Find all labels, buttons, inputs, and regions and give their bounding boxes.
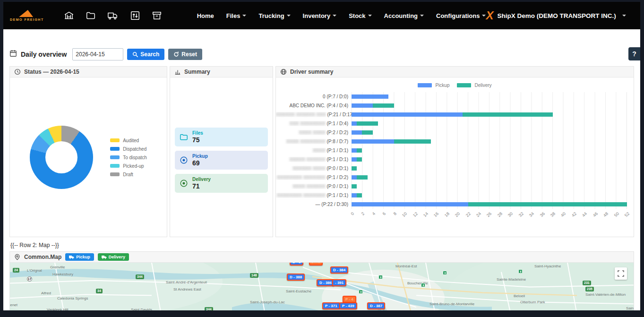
axis-tick-label: 38 [550, 211, 556, 218]
map-marker[interactable]: D - 387 [367, 302, 385, 309]
map-fullscreen-button[interactable] [615, 267, 627, 280]
map-marker[interactable]: P - 4 [343, 296, 356, 303]
summary-card-files[interactable]: Files 75 [175, 128, 268, 146]
map-marker[interactable]: D - 3 [290, 263, 303, 266]
map-place-label: L'Orignal [27, 268, 42, 273]
help-button[interactable]: ? [628, 47, 640, 60]
axis-tick-label: 18 [444, 211, 450, 218]
chevron-down-icon [287, 15, 291, 17]
globe-icon [280, 69, 287, 75]
route-shield-circle: 17 [27, 276, 32, 282]
summary-card-pickup[interactable]: Pickup 69 [175, 151, 268, 170]
menu-item-home[interactable]: Home [197, 12, 214, 19]
map-marker[interactable]: D - 388 [287, 274, 305, 281]
route-shield: 231 [583, 281, 591, 285]
transfer-icon[interactable] [130, 10, 140, 21]
driver-row: XXX XXXXXXXX (P:1 / D:4) [276, 119, 634, 128]
map-filter-button[interactable]: Delivery [98, 253, 129, 261]
menu-item-stock[interactable]: Stock [349, 12, 371, 19]
park-icon [443, 271, 447, 275]
map-place-label: Vankleek Hill [47, 308, 69, 310]
status-panel-body: AuditedDispatchedTo dispatchPicked-upDra… [10, 77, 167, 237]
account-label: ShipX Demo (DEMO TRANSPORT INC.) [497, 12, 616, 19]
map-place-label: Alfred [41, 291, 51, 295]
logo-text: DEMO FREIGHT [10, 18, 44, 21]
chevron-down-icon [333, 15, 336, 17]
axis-tick-label: 34 [528, 211, 535, 218]
map-marker[interactable]: P - 371 [322, 302, 340, 309]
map-marker[interactable]: P - 4 [309, 263, 323, 266]
status-panel: Status — 2026-04-15 AuditedDispatchedTo … [9, 66, 167, 237]
driver-row: XXXXXX XXXXXX XXX (P:21 / D:17) [276, 110, 634, 119]
shipx-logo-icon: X [486, 10, 493, 21]
main-menu: HomeFilesTruckingInventoryStockAccountin… [197, 12, 486, 19]
clock-icon [14, 69, 21, 75]
map-place-label: genet [10, 303, 17, 307]
search-button[interactable]: Search [127, 49, 164, 60]
map-panel: Common.Map Pickup Delivery [9, 251, 634, 310]
archive-icon[interactable] [152, 10, 162, 21]
driver-panel-header: Driver summary [276, 67, 634, 77]
status-legend: AuditedDispatchedTo dispatchPicked-upDra… [110, 138, 147, 177]
driver-axis: 0246810121416182022242628303234363840424… [352, 210, 627, 223]
status-panel-title: Status — 2026-04-15 [24, 69, 79, 75]
axis-tick-label: 8 [392, 211, 397, 216]
menu-item-inventory[interactable]: Inventory [303, 12, 337, 19]
page-content: Daily overview Search Reset Status — 202… [3, 48, 640, 310]
account-menu[interactable]: X ShipX Demo (DEMO TRANSPORT INC.) [486, 10, 626, 21]
map-place-label: Saint-Valérien-de-Milton [585, 292, 626, 297]
axis-tick-label: 20 [454, 211, 461, 218]
axis-tick-label: 26 [486, 211, 492, 218]
quick-icon-group [64, 10, 162, 21]
page-title: Daily overview [21, 51, 67, 58]
status-donut[interactable] [30, 126, 93, 189]
warehouse-icon[interactable] [64, 10, 74, 21]
driver-rows: 0 (P:7 / D:0)ABC DEMO INC. (P:4 / D:4)XX… [276, 92, 634, 209]
map-place-label: Saint Davids [131, 308, 152, 310]
card-value: 71 [192, 182, 211, 190]
reset-button[interactable]: Reset [168, 49, 202, 60]
map-marker[interactable]: - 391 [332, 279, 346, 286]
map-place-label: Longueuil [410, 309, 426, 310]
map-marker[interactable]: P - 439 [339, 302, 357, 309]
folder-icon [180, 133, 188, 141]
app-page: DEMO FREIGHT HomeFilesTruckingInventoryS… [3, 2, 640, 310]
card-label: Delivery [192, 177, 211, 182]
top-navbar: DEMO FREIGHT HomeFilesTruckingInventoryS… [3, 2, 640, 29]
map-place-label: Saint-André-d'Argenteuil [166, 280, 207, 284]
card-value: 69 [192, 159, 208, 167]
axis-tick-label: 48 [602, 211, 609, 218]
driver-row: XXXX XXXX (P:2 / D:2) [276, 128, 634, 137]
driver-row: XXXX (P:1 / D:1) [276, 146, 634, 155]
template-comment-text: {{-- Row 2: Map --}} [10, 242, 633, 248]
logo-triangle-icon [19, 10, 35, 17]
menu-item-files[interactable]: Files [226, 12, 247, 19]
menu-item-configurations[interactable]: Configurations [436, 12, 486, 19]
summary-panel-title: Summary [184, 69, 210, 75]
route-shield: 344 [136, 274, 144, 279]
map-canvas[interactable]: GrenvilleL'OrignalHawkesburySaint-André-… [10, 263, 634, 310]
circle-dot-icon [180, 179, 188, 188]
map-place-label: Hawkesbury [52, 272, 73, 276]
driver-chart: 0 (P:7 / D:0)ABC DEMO INC. (P:4 / D:4)XX… [276, 92, 634, 223]
menu-item-trucking[interactable]: Trucking [258, 12, 290, 19]
axis-tick-label: 2 [361, 211, 366, 216]
map-place-label: Grenville [50, 265, 65, 269]
truck-icon[interactable] [107, 10, 119, 21]
map-marker[interactable]: D - 384 [330, 266, 348, 274]
driver-row: ABC DEMO INC. (P:4 / D:4) [276, 101, 634, 110]
folder-icon[interactable] [86, 10, 96, 21]
date-input[interactable] [72, 48, 123, 60]
app-logo[interactable]: DEMO FREIGHT [10, 10, 44, 21]
axis-tick-label: 6 [382, 211, 387, 216]
map-filter-button[interactable]: Pickup [65, 253, 94, 261]
route-shield: 34 [96, 289, 103, 293]
chevron-down-icon [420, 15, 424, 17]
axis-tick-label: 50 [613, 211, 619, 218]
menu-item-accounting[interactable]: Accounting [384, 12, 424, 19]
summary-card-delivery[interactable]: Delivery 71 [175, 174, 268, 193]
map-place-label: Montréal-Est [395, 264, 417, 268]
map-place-label: Beloeil [514, 294, 525, 298]
map-panel-header: Common.Map Pickup Delivery [10, 252, 634, 263]
chevron-down-icon [622, 15, 626, 17]
